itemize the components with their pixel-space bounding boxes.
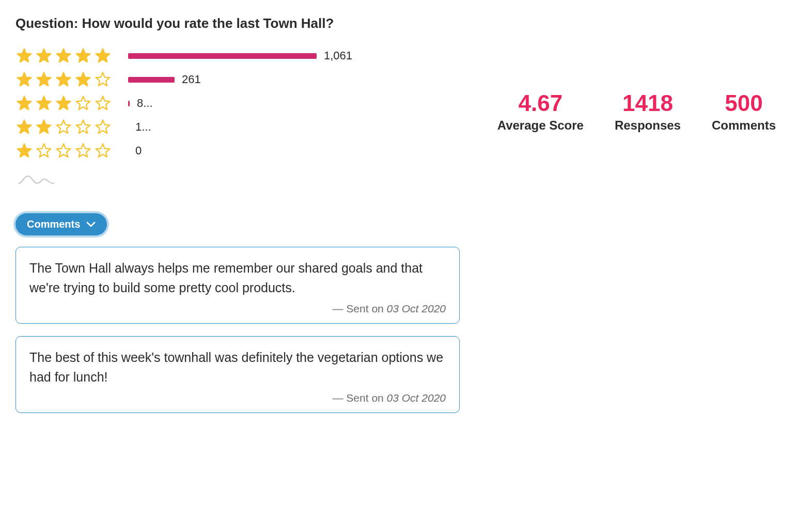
stat-label: Responses <box>615 118 681 133</box>
stat-responses: 1418 Responses <box>615 90 681 133</box>
rating-distribution-chart: 1,0612618...1...0 <box>15 44 352 163</box>
rating-bar-label: 8... <box>137 97 153 110</box>
star-icon <box>35 47 53 65</box>
rating-row: 1,061 <box>15 44 352 68</box>
sent-on-label: Sent on <box>346 303 386 314</box>
stat-comments: 500 Comments <box>712 90 776 133</box>
summary-stats: 4.67 Average Score 1418 Responses 500 Co… <box>497 90 776 133</box>
comment-text: The Town Hall always helps me remember o… <box>29 259 446 297</box>
comment-date: 03 Oct 2020 <box>387 303 446 314</box>
stat-value: 4.67 <box>497 90 584 116</box>
rating-bar-label: 1,061 <box>324 49 352 62</box>
rating-bar-label: 0 <box>135 144 142 157</box>
stat-value: 500 <box>712 90 776 116</box>
star-group <box>15 142 119 160</box>
star-icon <box>74 142 92 160</box>
star-group <box>15 94 119 112</box>
bar-area: 8... <box>128 97 153 110</box>
star-icon <box>94 94 112 112</box>
comment-date: 03 Oct 2020 <box>387 392 446 404</box>
stat-label: Average Score <box>497 118 584 133</box>
rating-row: 1... <box>15 115 352 139</box>
star-icon <box>15 71 33 88</box>
star-icon <box>15 94 33 112</box>
top-row: 1,0612618...1...0 4.67 Average Score 141… <box>15 44 797 187</box>
star-icon <box>94 118 112 136</box>
comment-text: The best of this week's townhall was def… <box>29 348 446 387</box>
star-icon <box>35 118 53 136</box>
star-icon <box>35 71 53 88</box>
star-group <box>15 71 119 88</box>
rating-row: 8... <box>15 91 352 115</box>
star-icon <box>74 47 92 65</box>
star-icon <box>55 94 72 112</box>
stat-label: Comments <box>712 118 776 133</box>
bar-area: 1,061 <box>128 49 352 62</box>
star-group <box>15 118 119 136</box>
comment-meta: — Sent on 03 Oct 2020 <box>29 303 446 315</box>
distribution-sparkline-icon[interactable] <box>18 173 352 187</box>
rating-row: 0 <box>15 139 352 163</box>
star-icon <box>55 118 72 136</box>
bar-area: 0 <box>128 144 142 157</box>
question-text: How would you rate the last Town Hall? <box>82 15 334 31</box>
star-icon <box>74 118 92 136</box>
rating-bar <box>128 77 175 83</box>
star-icon <box>94 142 112 160</box>
dash-icon: — <box>333 303 343 314</box>
dash-icon: — <box>333 392 343 404</box>
chevron-down-icon <box>86 218 96 230</box>
star-icon <box>15 142 33 160</box>
rating-bar-label: 261 <box>182 73 201 86</box>
ratings-block: 1,0612618...1...0 <box>15 44 352 187</box>
bar-area: 261 <box>128 73 201 86</box>
star-icon <box>15 118 33 136</box>
comments-toggle-label: Comments <box>27 218 80 230</box>
comment-card: The Town Hall always helps me remember o… <box>15 247 460 324</box>
rating-bar-label: 1... <box>135 120 151 134</box>
star-icon <box>55 142 72 160</box>
sent-on-label: Sent on <box>346 392 386 404</box>
rating-bar <box>128 53 317 59</box>
star-icon <box>55 71 72 88</box>
star-icon <box>94 71 112 88</box>
question-title: Question: How would you rate the last To… <box>15 15 797 31</box>
comments-list: The Town Hall always helps me remember o… <box>15 247 460 413</box>
comment-meta: — Sent on 03 Oct 2020 <box>29 392 446 404</box>
star-icon <box>15 47 33 65</box>
star-icon <box>35 142 53 160</box>
question-prefix: Question: <box>15 15 82 31</box>
comment-card: The best of this week's townhall was def… <box>15 336 460 413</box>
stat-average-score: 4.67 Average Score <box>497 90 584 133</box>
stat-value: 1418 <box>615 90 681 116</box>
star-icon <box>55 47 72 65</box>
survey-report: Question: How would you rate the last To… <box>15 15 797 413</box>
rating-bar <box>128 101 130 106</box>
rating-row: 261 <box>15 68 352 91</box>
star-icon <box>74 71 92 88</box>
comments-toggle-button[interactable]: Comments <box>15 213 107 235</box>
star-icon <box>35 94 53 112</box>
star-icon <box>94 47 112 65</box>
star-group <box>15 47 119 65</box>
star-icon <box>74 94 92 112</box>
bar-area: 1... <box>128 120 151 134</box>
